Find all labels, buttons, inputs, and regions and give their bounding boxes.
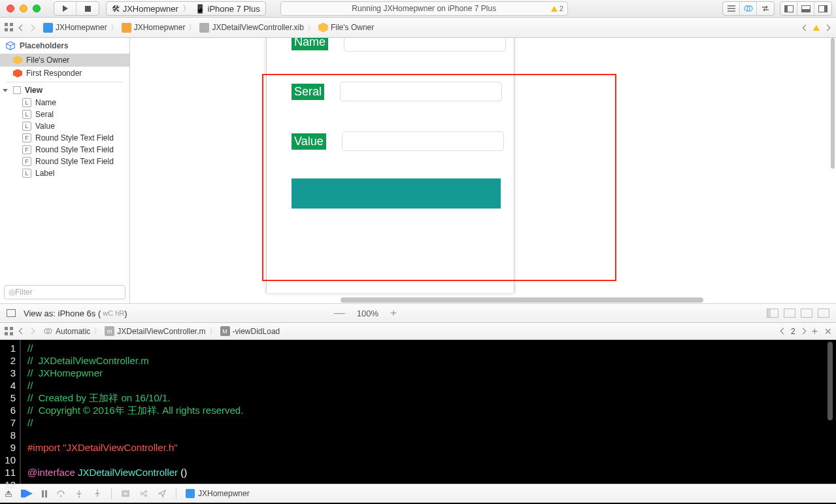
back-button[interactable] xyxy=(19,24,25,31)
layout-button-3[interactable] xyxy=(801,309,812,318)
svg-point-14 xyxy=(97,490,98,491)
automatic-icon xyxy=(43,326,53,336)
document-outline: Placeholders File's Owner First Responde… xyxy=(0,38,130,303)
memory-graph-icon[interactable] xyxy=(139,489,148,498)
related-items-icon[interactable] xyxy=(4,326,14,337)
editor-jump-bar: Automatic 〉 mJXDetailViewController.m 〉 … xyxy=(0,323,836,340)
outline-item[interactable]: LSeral xyxy=(0,109,129,120)
seral-label[interactable]: Seral xyxy=(292,84,324,100)
seral-text-field[interactable] xyxy=(340,82,502,101)
step-out-icon[interactable] xyxy=(93,489,102,498)
next-counterpart-button[interactable] xyxy=(799,328,806,335)
close-assistant-button[interactable]: ✕ xyxy=(824,326,832,337)
step-into-icon[interactable] xyxy=(75,489,84,498)
outline-item[interactable]: LLabel xyxy=(0,167,129,179)
outline-item-label: Value xyxy=(35,122,55,131)
related-items-icon[interactable] xyxy=(4,22,14,33)
view-as-label[interactable]: View as: iPhone 6s ( xyxy=(24,309,101,318)
breadcrumb-automatic[interactable]: Automatic xyxy=(43,326,90,336)
zoom-window-button[interactable] xyxy=(33,5,41,12)
debug-process[interactable]: JXHomepwner xyxy=(186,489,250,498)
outline-filter[interactable]: ◎ Filter xyxy=(4,285,125,299)
value-label[interactable]: Value xyxy=(292,133,326,150)
breadcrumb-project[interactable]: JXHomepwner xyxy=(43,23,107,33)
editor-scrollbar-thumb[interactable] xyxy=(828,342,833,420)
type-tag-icon: L xyxy=(22,169,31,178)
outline-files-owner[interactable]: File's Owner xyxy=(0,54,129,67)
issues-badge[interactable]: 2 xyxy=(551,5,563,12)
breadcrumb-group[interactable]: JXHomepwner xyxy=(122,23,186,33)
layout-button-4[interactable] xyxy=(818,309,829,318)
outline-first-responder[interactable]: First Responder xyxy=(0,67,129,80)
activity-text: Running JXHomepwner on iPhone 7 Plus xyxy=(352,4,496,13)
panel-right-icon xyxy=(818,5,828,12)
activity-status[interactable]: Running JXHomepwner on iPhone 7 Plus 2 xyxy=(280,1,568,16)
device-view[interactable]: Name Seral Value xyxy=(266,38,514,293)
outline-item[interactable]: FRound Style Text Field xyxy=(0,144,129,156)
step-over-icon[interactable] xyxy=(56,489,65,498)
svg-point-12 xyxy=(60,496,61,497)
lines-icon xyxy=(726,3,737,14)
scheme-selector[interactable]: 🛠 JXHomepwner 〉 📱 iPhone 7 Plus xyxy=(106,1,266,16)
outline-item-label: Round Style Text Field xyxy=(35,145,114,154)
breadcrumb-owner[interactable]: File's Owner xyxy=(318,23,374,33)
minimize-window-button[interactable] xyxy=(20,5,27,12)
back-button[interactable] xyxy=(19,328,25,335)
assistant-editor-button[interactable] xyxy=(740,2,757,15)
layout-button-2[interactable] xyxy=(784,309,795,318)
prev-issue-button[interactable] xyxy=(803,24,809,31)
vertical-scrollbar[interactable] xyxy=(829,38,835,303)
outline-item[interactable]: LName xyxy=(0,97,129,109)
pause-button[interactable] xyxy=(42,490,47,497)
name-label[interactable]: Name xyxy=(292,38,328,50)
outline-item[interactable]: FRound Style Text Field xyxy=(0,156,129,167)
run-button[interactable] xyxy=(54,2,76,15)
device-config-button[interactable] xyxy=(7,309,16,317)
outline-item[interactable]: LValue xyxy=(0,120,129,132)
outline-item-label: Name xyxy=(35,98,56,107)
breadcrumb-file[interactable]: JXDetailViewController.xib xyxy=(199,23,304,33)
hide-debug-button[interactable] xyxy=(5,490,12,497)
version-editor-button[interactable] xyxy=(757,2,774,15)
forward-button[interactable] xyxy=(29,328,35,335)
panel-bottom-icon xyxy=(801,5,811,12)
layout-button-1[interactable] xyxy=(767,309,778,318)
filter-icon: ◎ xyxy=(8,288,15,297)
svg-rect-2 xyxy=(5,23,8,26)
code-content[interactable]: // // JXDetailViewController.m // JXHome… xyxy=(21,340,836,484)
debug-view-icon[interactable] xyxy=(121,489,130,498)
outline-view-section[interactable]: View xyxy=(0,84,129,97)
destination-icon: 📱 xyxy=(195,4,205,14)
placeholders-header: Placeholders xyxy=(0,38,129,54)
toggle-navigator-button[interactable] xyxy=(780,2,797,15)
editor-scrollbar[interactable] xyxy=(828,342,834,479)
horizontal-scrollbar[interactable] xyxy=(341,297,836,303)
code-editor[interactable]: 123456789101112 // // JXDetailViewContro… xyxy=(0,340,836,484)
standard-editor-button[interactable] xyxy=(723,2,740,15)
prev-counterpart-button[interactable] xyxy=(780,328,787,335)
name-text-field[interactable] xyxy=(344,38,506,52)
outline-item[interactable]: FRound Style Text Field xyxy=(0,132,129,144)
add-assistant-button[interactable]: + xyxy=(812,326,818,337)
stop-button[interactable] xyxy=(76,2,99,15)
date-label[interactable] xyxy=(292,178,501,209)
view-checkbox[interactable] xyxy=(13,86,21,94)
next-issue-button[interactable] xyxy=(824,24,831,31)
horizontal-scrollbar-thumb[interactable] xyxy=(341,297,703,303)
vertical-scrollbar-thumb[interactable] xyxy=(831,38,835,169)
toggle-debug-area-button[interactable] xyxy=(797,2,814,15)
debug-process-name: JXHomepwner xyxy=(198,489,250,498)
breadcrumb-method[interactable]: M-viewDidLoad xyxy=(220,326,280,336)
close-window-button[interactable] xyxy=(7,5,14,12)
disclosure-icon[interactable] xyxy=(3,89,8,92)
value-text-field[interactable] xyxy=(342,131,504,151)
zoom-in-button[interactable]: + xyxy=(390,307,397,320)
forward-button[interactable] xyxy=(29,24,35,31)
breadcrumb-file[interactable]: mJXDetailViewController.m xyxy=(105,326,205,336)
breakpoints-button[interactable] xyxy=(21,490,33,497)
folder-icon xyxy=(122,23,131,33)
interface-builder-canvas[interactable]: Name Seral Value xyxy=(130,38,836,303)
location-icon[interactable] xyxy=(158,489,167,498)
toggle-utilities-button[interactable] xyxy=(814,2,831,15)
zoom-out-button[interactable]: — xyxy=(334,307,345,320)
